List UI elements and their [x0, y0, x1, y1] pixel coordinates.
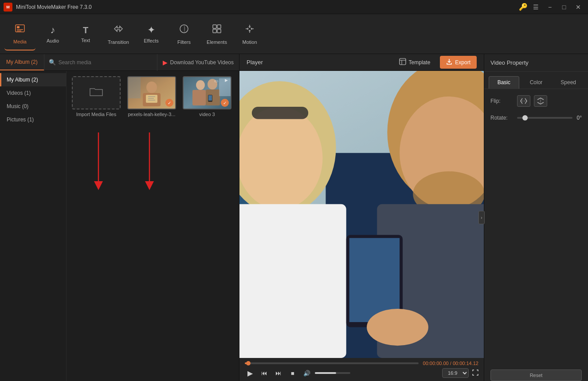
video-frame [239, 71, 484, 358]
audio-label: Audio [47, 38, 59, 43]
media-grid: Import Media Files [67, 71, 239, 381]
media-items-row: Import Media Files [72, 76, 234, 117]
filters-label: Filters [177, 39, 191, 45]
template-label: Template [409, 59, 431, 66]
app-logo: M [4, 3, 12, 12]
arrows-overlay [72, 124, 234, 194]
template-icon [399, 58, 406, 66]
player-header: Player Template Ex [239, 54, 484, 71]
yt-download-label: Download YouTube Videos [170, 59, 234, 66]
center-panel: Player Template Ex [239, 54, 484, 381]
export-label: Export [455, 59, 470, 66]
prev-button[interactable]: ⏮ [259, 368, 270, 378]
flip-horizontal-button[interactable] [517, 95, 530, 107]
flip-label: Flip: [490, 98, 513, 104]
toolbar-filters[interactable]: Filters [169, 17, 200, 51]
toolbar-effects[interactable]: ✦ Effects [136, 17, 167, 51]
import-btn[interactable] [72, 76, 121, 109]
svg-rect-3 [17, 26, 20, 28]
media-icon [14, 23, 26, 37]
next-button[interactable]: ⏭ [273, 368, 284, 378]
motion-label: Motion [242, 39, 257, 45]
total-time: / 00:00:14.12 [450, 361, 478, 366]
sidebar-item-music[interactable]: Music (0) [0, 100, 66, 113]
toolbar-audio[interactable]: ♪ Audio [37, 17, 68, 51]
album-sidebar: My Album (2) Videos (1) Music (0) Pictur… [0, 71, 67, 381]
rotate-thumb [522, 115, 528, 121]
filters-icon [178, 23, 190, 37]
play-button[interactable]: ▶ [245, 368, 255, 378]
aspect-ratio-select[interactable]: 16:9 9:16 1:1 4:3 21:9 [442, 368, 469, 378]
rotate-value: 0° [577, 115, 582, 121]
app-title: MiniTool MovieMaker Free 7.3.0 [16, 4, 92, 10]
leah-label: pexels-leah-kelley-3... [128, 112, 176, 117]
volume-button[interactable]: 🔊 [302, 368, 312, 378]
close-button[interactable]: ✕ [572, 1, 584, 13]
my-album-tab[interactable]: My Album (2) [0, 54, 44, 70]
menu-button[interactable]: ☰ [529, 1, 542, 13]
toolbar-motion[interactable]: Motion [234, 17, 265, 51]
main-toolbar: Media ♪ Audio T Text Transition ✦ Effect… [0, 14, 588, 54]
flip-vertical-button[interactable] [534, 95, 547, 107]
svg-rect-9 [213, 29, 216, 33]
toolbar-media[interactable]: Media [4, 17, 35, 51]
volume-bar[interactable] [315, 372, 350, 374]
volume-control: 🔊 [302, 368, 350, 378]
media-item-leah[interactable]: ✓ pexels-leah-kelley-3... [127, 76, 176, 117]
progress-row: 00:00:00.00 / 00:00:14.12 [245, 361, 478, 366]
flip-buttons [517, 95, 547, 107]
vp-tab-basic[interactable]: Basic [489, 76, 519, 89]
svg-point-12 [146, 82, 157, 93]
svg-point-36 [239, 107, 323, 209]
video-property-content: Flip: [484, 89, 588, 369]
video-preview [239, 71, 484, 358]
svg-rect-23 [206, 89, 220, 105]
progress-bar[interactable] [245, 362, 419, 364]
rotate-slider[interactable] [517, 117, 572, 119]
check-video3: ✓ [221, 99, 229, 107]
template-button[interactable]: Template [394, 55, 436, 69]
fullscreen-button[interactable] [472, 369, 478, 377]
sidebar-item-videos[interactable]: Videos (1) [0, 86, 66, 100]
import-media-item[interactable]: Import Media Files [72, 76, 121, 117]
maximize-button[interactable]: □ [558, 1, 570, 13]
progress-dot [246, 361, 251, 365]
key-icon: 🔑 [519, 3, 528, 11]
left-panel: My Album (2) 🔍 ▶ Download YouTube Videos… [0, 54, 239, 381]
toolbar-transition[interactable]: Transition [103, 17, 134, 51]
minimize-button[interactable]: − [544, 1, 556, 13]
import-label: Import Media Files [76, 112, 116, 117]
svg-point-45 [367, 309, 428, 346]
youtube-download-btn[interactable]: ▶ Download YouTube Videos [157, 54, 239, 71]
vp-tab-speed[interactable]: Speed [553, 76, 584, 89]
collapse-panel-button[interactable]: › [478, 211, 485, 224]
effects-label: Effects [144, 38, 158, 43]
toolbar-text[interactable]: T Text [70, 17, 101, 51]
svg-rect-8 [217, 25, 221, 28]
stop-button[interactable]: ■ [287, 368, 298, 378]
reset-button[interactable]: Reset [490, 369, 582, 381]
left-sidebar: My Album (2) Videos (1) Music (0) Pictur… [0, 71, 239, 381]
controls-row: ▶ ⏮ ⏭ ■ 🔊 16:9 9:16 1:1 4:3 21:9 [245, 368, 478, 378]
export-button[interactable]: Export [440, 56, 477, 69]
sidebar-item-pictures[interactable]: Pictures (1) [0, 113, 66, 126]
text-label: Text [81, 38, 90, 43]
svg-rect-10 [217, 29, 221, 33]
video-type-icon: ▭ [214, 78, 218, 83]
search-input[interactable] [59, 59, 153, 66]
media-item-video3[interactable]: ▭ ✓ video 3 [183, 76, 231, 117]
current-time: 00:00:00.00 [423, 361, 449, 366]
audio-icon: ♪ [51, 24, 55, 36]
youtube-icon: ▶ [163, 59, 168, 66]
svg-rect-22 [192, 90, 206, 105]
sidebar-item-my-album[interactable]: My Album (2) [0, 73, 66, 86]
flip-row: Flip: [490, 95, 582, 107]
toolbar-elements[interactable]: Elements [201, 17, 232, 51]
transition-label: Transition [108, 39, 129, 45]
player-controls: 00:00:00.00 / 00:00:14.12 ▶ ⏮ ⏭ ■ 🔊 16:9… [239, 358, 484, 381]
elements-icon [211, 23, 223, 37]
arrow-svg [72, 124, 234, 194]
video-property-tabs: Basic Color Speed [484, 72, 588, 89]
vp-tab-color[interactable]: Color [521, 76, 552, 89]
svg-rect-28 [400, 58, 406, 65]
